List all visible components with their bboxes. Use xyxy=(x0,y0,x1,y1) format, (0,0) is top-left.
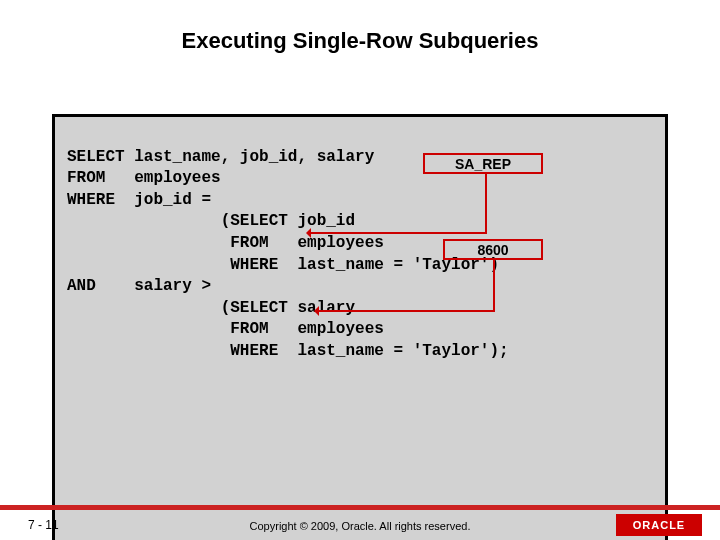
slide-footer: 7 - 11 Copyright © 2009, Oracle. All rig… xyxy=(0,506,720,540)
code-line-1: SELECT last_name, job_id, salary xyxy=(67,148,374,166)
sql-code-block: SELECT last_name, job_id, salary FROM em… xyxy=(52,114,668,540)
code-line-3: WHERE job_id = xyxy=(67,191,211,209)
code-line-4: (SELECT job_id xyxy=(67,212,355,230)
code-line-10: WHERE last_name = 'Taylor'); xyxy=(67,342,509,360)
arrow-2-vertical xyxy=(493,260,495,310)
code-line-7: AND salary > xyxy=(67,277,211,295)
slide-title: Executing Single-Row Subqueries xyxy=(0,0,720,74)
oracle-logo: ORACLE xyxy=(616,514,702,536)
code-line-6: WHERE last_name = 'Taylor') xyxy=(67,256,499,274)
code-line-2: FROM employees xyxy=(67,169,221,187)
subquery-1-result-annotation: SA_REP xyxy=(423,153,543,174)
code-line-5: FROM employees xyxy=(67,234,384,252)
arrow-2-horizontal xyxy=(315,310,495,312)
copyright-text: Copyright © 2009, Oracle. All rights res… xyxy=(0,520,720,532)
arrow-1-horizontal xyxy=(307,232,487,234)
code-line-9: FROM employees xyxy=(67,320,384,338)
arrow-1-vertical xyxy=(485,174,487,232)
subquery-2-result-annotation: 8600 xyxy=(443,239,543,260)
